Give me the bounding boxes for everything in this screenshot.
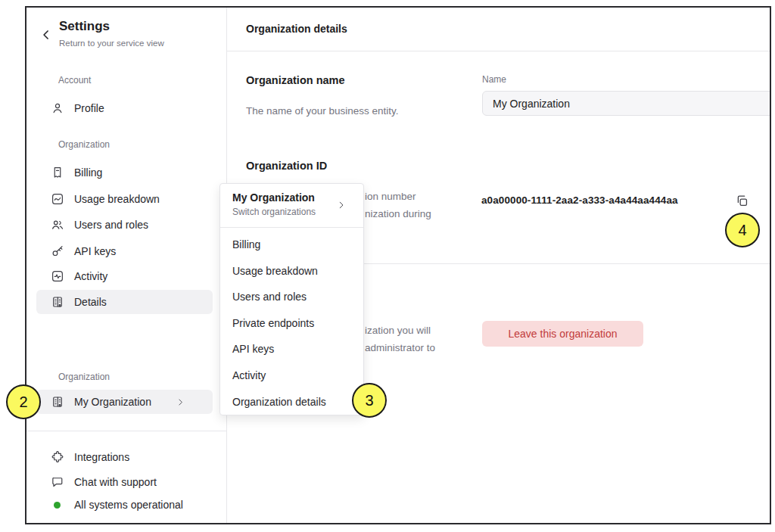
step-badge-2: 2 xyxy=(6,384,41,419)
dropdown-org-subtitle: Switch organizations xyxy=(232,207,316,217)
users-icon xyxy=(51,218,64,232)
user-icon xyxy=(51,101,64,115)
organization-name-input[interactable] xyxy=(482,91,771,116)
organization-id-value: a0a00000-1111-2aa2-a333-a4a44aa444aa xyxy=(481,194,678,206)
back-button[interactable] xyxy=(39,27,54,42)
sidebar-item-system-status[interactable]: All systems operational xyxy=(36,493,213,517)
sidebar-item-usage-breakdown[interactable]: Usage breakdown xyxy=(36,187,213,211)
sidebar-subtitle: Return to your service view xyxy=(59,39,164,48)
org-id-description-fragment: nization during xyxy=(365,208,431,219)
activity-pulse-icon xyxy=(51,269,64,283)
menu-item-billing[interactable]: Billing xyxy=(220,232,363,258)
sidebar-item-my-organization[interactable]: My Organization xyxy=(36,390,213,414)
sidebar-item-profile[interactable]: Profile xyxy=(36,96,213,120)
sidebar-item-label: Billing xyxy=(74,166,102,179)
sidebar-item-label: Usage breakdown xyxy=(74,193,160,205)
chevron-right-icon xyxy=(176,397,185,407)
section-label-organization-2: Organization xyxy=(58,372,110,382)
sidebar-item-label: My Organization xyxy=(74,396,151,408)
dropdown-org-name: My Organization xyxy=(232,191,315,204)
organization-building-icon xyxy=(51,295,64,309)
sidebar-item-users-and-roles[interactable]: Users and roles xyxy=(36,213,213,237)
status-label: All systems operational xyxy=(74,499,183,511)
key-icon xyxy=(51,244,64,258)
switch-organizations-dropdown: My Organization Switch organizations Bil… xyxy=(219,183,364,415)
usage-chart-icon xyxy=(51,192,64,206)
sidebar-item-api-keys[interactable]: API keys xyxy=(36,239,213,263)
header-divider xyxy=(227,51,770,51)
sidebar-item-label: Activity xyxy=(74,270,107,282)
dropdown-current-org[interactable]: My Organization Switch organizations xyxy=(220,184,363,228)
section-label-account: Account xyxy=(58,75,91,86)
copy-icon xyxy=(735,194,749,208)
step-badge-3: 3 xyxy=(352,383,387,418)
puzzle-icon xyxy=(51,450,64,464)
chevron-right-icon xyxy=(336,200,347,210)
menu-item-usage-breakdown[interactable]: Usage breakdown xyxy=(220,258,363,285)
dropdown-menu-items: Billing Usage breakdown Users and roles … xyxy=(220,228,363,415)
sidebar-item-label: API keys xyxy=(74,245,116,257)
section-label-organization: Organization xyxy=(58,139,110,150)
chevron-left-icon xyxy=(39,27,54,42)
sidebar-item-chat-support[interactable]: Chat with support xyxy=(36,470,213,494)
sidebar-item-label: Details xyxy=(74,296,107,308)
menu-item-organization-details[interactable]: Organization details xyxy=(220,389,363,415)
menu-item-api-keys[interactable]: API keys xyxy=(220,336,363,362)
leave-organization-button[interactable]: Leave this organization xyxy=(482,321,643,347)
sidebar-item-label: Profile xyxy=(74,102,104,114)
sidebar-item-details[interactable]: Details xyxy=(36,290,213,314)
receipt-icon xyxy=(51,166,64,179)
page-title: Organization details xyxy=(246,23,347,35)
leave-description-fragment: administrator to xyxy=(365,342,435,353)
leave-description-fragment: ization you will xyxy=(365,325,431,336)
sidebar-divider xyxy=(26,431,227,431)
name-field-label: Name xyxy=(482,74,506,85)
menu-item-users-and-roles[interactable]: Users and roles xyxy=(220,284,363,310)
sidebar-item-label: Users and roles xyxy=(74,219,148,231)
app-window: Settings Return to your service view Acc… xyxy=(25,6,771,524)
settings-sidebar: Settings Return to your service view Acc… xyxy=(26,8,227,523)
step-badge-4: 4 xyxy=(725,213,760,247)
status-green-dot-icon xyxy=(54,502,61,509)
sidebar-item-label: Chat with support xyxy=(74,476,157,488)
sidebar-item-label: Integrations xyxy=(74,451,129,463)
org-name-description: The name of your business entity. xyxy=(246,105,399,117)
sidebar-item-billing[interactable]: Billing xyxy=(36,160,213,185)
copy-button[interactable] xyxy=(735,194,749,208)
organization-building-icon xyxy=(51,395,64,409)
sidebar-item-integrations[interactable]: Integrations xyxy=(36,445,213,469)
sidebar-item-activity[interactable]: Activity xyxy=(36,264,213,288)
org-name-title: Organization name xyxy=(246,74,345,86)
org-id-description-fragment: ion number xyxy=(365,191,416,202)
org-id-title: Organization ID xyxy=(246,160,327,172)
sidebar-title: Settings xyxy=(59,19,110,34)
menu-item-private-endpoints[interactable]: Private endpoints xyxy=(220,310,363,337)
chat-bubble-icon xyxy=(51,475,64,489)
menu-item-activity[interactable]: Activity xyxy=(220,362,363,389)
